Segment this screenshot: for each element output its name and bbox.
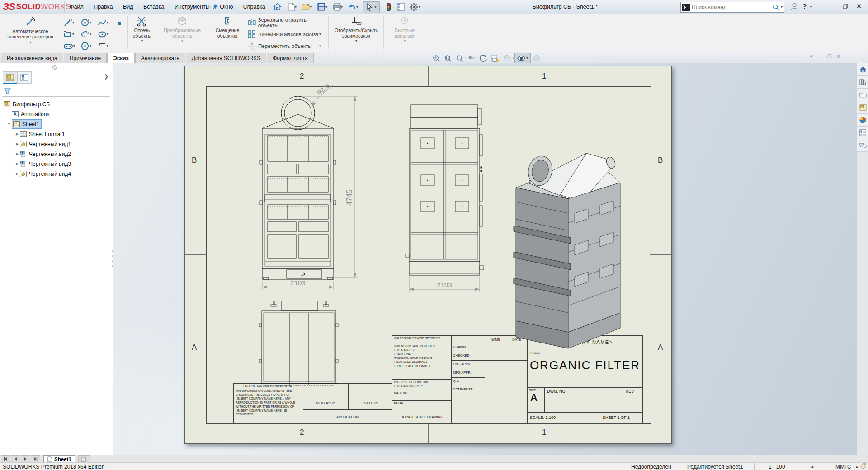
menu-view[interactable]: Вид	[119, 0, 137, 14]
tab-evaluate[interactable]: Анализировать	[135, 53, 185, 64]
panel-splitter-dot[interactable]	[52, 65, 57, 70]
hide-show-items-button[interactable]: ▾	[514, 53, 531, 64]
trim-entities-button[interactable]: Отсечь объекты ▾	[129, 16, 155, 43]
tree-sheet-format-item[interactable]: ▶ Sheet Format1	[0, 129, 113, 139]
zoom-to-selection-button[interactable]	[454, 53, 466, 63]
graphics-area[interactable]: 2 1 2 1 B A B A UNLESS OTHERWISE SPECIFI…	[113, 63, 857, 456]
previous-sheet-button[interactable]	[11, 455, 20, 463]
menu-insert[interactable]: Вставка	[139, 0, 168, 14]
circle-tool[interactable]: ▾	[80, 17, 97, 28]
featuremanager-tree-tab[interactable]	[3, 71, 17, 84]
tree-sheet1-item[interactable]: ▼ Sheet1	[0, 119, 113, 129]
smart-dimension-button[interactable]: Автоматическое нанесение размеров ▾	[3, 16, 58, 44]
slot-tool[interactable]: ▾	[63, 41, 80, 52]
options-gear-button[interactable]	[408, 1, 420, 12]
restore-button[interactable]	[839, 0, 852, 13]
home-button[interactable]	[271, 1, 283, 12]
spline-tool[interactable]: ▾	[98, 17, 114, 28]
appearances-icon[interactable]	[857, 114, 868, 127]
doc-restore-icon[interactable]: ❐	[827, 54, 832, 60]
expand-arrow-icon[interactable]: ▶	[14, 162, 20, 166]
help-button[interactable]: ?	[802, 2, 807, 10]
drawing-sheet[interactable]: 2 1 2 1 B A B A UNLESS OTHERWISE SPECIFI…	[184, 66, 672, 444]
polygon-tool[interactable]: ▾	[80, 41, 97, 52]
rotate-view-button[interactable]	[477, 53, 489, 63]
user-account-icon[interactable]	[790, 2, 798, 11]
tree-view1-item[interactable]: ▶ Чертежный вид1	[0, 139, 113, 149]
pin-icon[interactable]	[212, 3, 219, 11]
arc-tool[interactable]: ▾	[80, 29, 97, 40]
open-dropdown[interactable]: ▾	[310, 5, 312, 9]
file-properties-button[interactable]	[395, 1, 407, 12]
search-magnifier-icon[interactable]	[773, 4, 779, 11]
search-dropdown[interactable]: ▾	[781, 5, 783, 9]
menu-file[interactable]: Файл	[66, 0, 88, 14]
search-input[interactable]	[690, 4, 773, 10]
tab-sketch[interactable]: Эскиз	[107, 53, 135, 64]
3d-drawing-view-button[interactable]	[489, 53, 501, 63]
fillet-tool[interactable]: ×▾	[98, 41, 114, 52]
print-dropdown[interactable]: ▾	[341, 5, 343, 9]
custom-properties-icon[interactable]	[857, 127, 868, 139]
new-dropdown[interactable]: ▾	[295, 5, 297, 9]
menu-tools[interactable]: Инструменты	[170, 0, 214, 14]
view-orientation-flashlight-button[interactable]	[466, 53, 477, 63]
tab-view-layout[interactable]: Расположение вида	[1, 53, 63, 64]
tab-annotation[interactable]: Примечание	[64, 53, 107, 64]
menu-edit[interactable]: Правка	[90, 0, 117, 14]
tree-root-item[interactable]: Биофильтр СБ	[0, 99, 113, 109]
tree-annotations-item[interactable]: A Annotations	[0, 109, 113, 119]
pattern-dropdown[interactable]: ▾	[319, 33, 321, 36]
options-dropdown[interactable]: ▾	[419, 5, 420, 9]
line-tool[interactable]: ▾	[63, 17, 80, 28]
bottom-view[interactable]	[259, 301, 338, 386]
front-view[interactable]	[260, 96, 336, 279]
sheet1-tab[interactable]: Sheet1	[43, 455, 75, 463]
select-tool-button[interactable]: ▾	[363, 1, 380, 13]
save-dropdown[interactable]: ▾	[326, 5, 327, 9]
view-palette-icon[interactable]	[857, 101, 868, 114]
doc-minimize-icon[interactable]: —	[818, 54, 823, 60]
isometric-view[interactable]	[514, 153, 620, 348]
expand-arrow-icon[interactable]: ▶	[14, 132, 20, 136]
offset-entities-button[interactable]: Смещение объектов	[210, 16, 245, 38]
rebuild-traffic-light-icon[interactable]	[382, 1, 394, 12]
property-manager-tab[interactable]	[17, 71, 32, 84]
collapse-arrow-icon[interactable]: ▼	[6, 122, 12, 126]
command-search[interactable]: ▾	[680, 2, 784, 13]
linear-sketch-pattern-button[interactable]: Линейный массив эскиза	[248, 29, 327, 40]
zoom-to-fit-button[interactable]	[430, 53, 442, 63]
home-taskpane-icon[interactable]	[857, 63, 868, 76]
panel-flyout-chevron-icon[interactable]: ❯	[104, 73, 108, 80]
menu-window[interactable]: Окно	[216, 0, 237, 14]
expand-arrow-icon[interactable]: ▶	[14, 142, 20, 146]
rectangle-tool[interactable]: ▾	[63, 29, 80, 40]
close-button[interactable]: ✕	[853, 0, 865, 13]
trim-dropdown[interactable]: ▾	[141, 39, 143, 43]
help-dropdown[interactable]: ▾	[810, 5, 812, 9]
file-explorer-icon[interactable]	[857, 89, 868, 101]
mirror-entities-button[interactable]: Зеркально отразить объекты	[248, 17, 327, 28]
design-library-icon[interactable]	[857, 76, 868, 89]
tree-view4-item[interactable]: ▶ Чертежный вид4	[0, 169, 113, 179]
dimensions[interactable]	[262, 85, 480, 292]
next-sheet-button[interactable]	[21, 455, 30, 463]
ellipse-tool[interactable]: ▾	[98, 29, 114, 40]
expand-arrow-icon[interactable]: ▶	[14, 172, 20, 176]
side-view[interactable]	[406, 105, 484, 275]
units-popup-arrow[interactable]: ▴	[856, 464, 858, 469]
first-sheet-button[interactable]	[1, 455, 10, 463]
doc-prev-icon[interactable]: ⯇	[809, 54, 813, 60]
doc-close-icon[interactable]: ✕	[836, 54, 840, 60]
tree-view2-item[interactable]: ▶ Чертежный вид2	[0, 149, 113, 159]
tree-filter-box[interactable]	[2, 86, 110, 97]
forum-icon[interactable]	[857, 139, 868, 152]
tab-sheet-format[interactable]: Формат листа	[267, 53, 314, 64]
display-delete-relations-button[interactable]: Отобразить/Скрыть взаимосвязи ▾	[331, 16, 382, 43]
add-sheet-button[interactable]	[78, 455, 90, 463]
point-tool[interactable]	[117, 19, 122, 27]
minimize-button[interactable]: —	[826, 0, 838, 13]
menu-help[interactable]: Справка	[239, 0, 269, 14]
sheet-scale[interactable]: 1 : 100	[769, 464, 785, 470]
smart-dimension-dropdown[interactable]: ▾	[29, 41, 31, 44]
